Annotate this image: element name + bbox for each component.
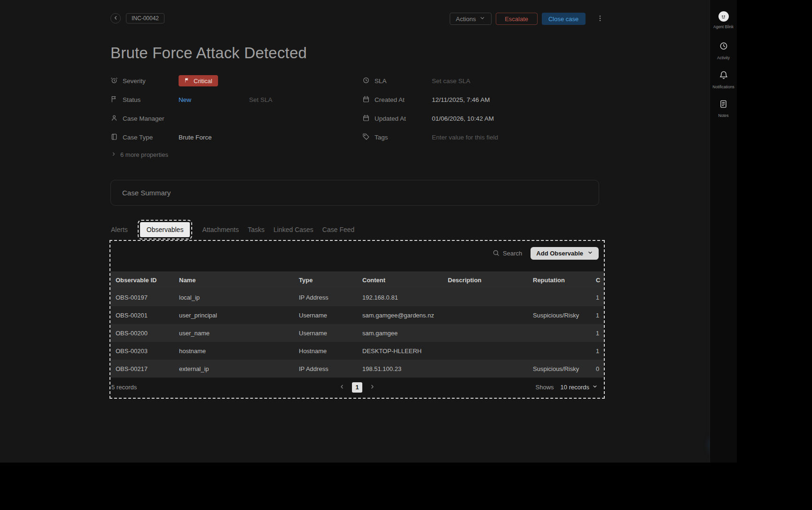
tab-observables[interactable]: Observables <box>140 222 190 237</box>
table-header-row: Observable ID Name Type Content Descript… <box>110 271 604 288</box>
sla-value[interactable]: Set case SLA <box>432 77 470 85</box>
escalate-button-label: Escalate <box>505 15 528 23</box>
column-header-content[interactable]: Content <box>357 277 443 284</box>
more-properties-toggle[interactable]: 6 more properties <box>111 151 168 158</box>
column-header-observable-id[interactable]: Observable ID <box>110 277 174 284</box>
page-size-select[interactable]: 10 records <box>561 384 598 391</box>
table-row[interactable]: OBS-00217 external_ip IP Address 198.51.… <box>110 360 604 378</box>
property-severity: Severity Critical <box>110 71 362 90</box>
property-status: Status New Set SLA <box>110 90 362 109</box>
cell-content: DESKTOP-HLLEERH <box>357 348 443 355</box>
set-sla-placeholder[interactable]: Set SLA <box>249 96 273 103</box>
cell-observable-id: OBS-00217 <box>110 365 174 372</box>
table-row[interactable]: OBS-00201 user_principal Username sam.ga… <box>110 306 604 324</box>
calendar-icon <box>362 95 370 104</box>
notes-icon <box>719 100 728 110</box>
actions-button[interactable]: Actions <box>450 13 492 25</box>
property-case-type: Case Type Brute Force <box>110 128 362 147</box>
cell-name: hostname <box>174 348 294 355</box>
updated-at-value: 01/06/2026, 10:42 AM <box>432 115 494 122</box>
severity-value: Critical <box>194 77 212 85</box>
chevron-left-icon <box>339 384 345 391</box>
severity-label-group: Severity <box>110 77 179 85</box>
rail-item-notes[interactable]: Notes <box>710 100 737 118</box>
table-body: OBS-00197 local_ip IP Address 192.168.0.… <box>110 288 604 378</box>
cell-truncated: 1 <box>591 348 604 355</box>
case-manager-label: Case Manager <box>123 115 164 122</box>
current-page-number[interactable]: 1 <box>352 382 362 393</box>
chevron-right-icon <box>111 151 117 158</box>
search-control[interactable]: Search <box>492 249 522 258</box>
cell-truncated: 1 <box>591 312 604 319</box>
properties-right-column: SLA Set case SLA Created At 12/11/2025, … <box>362 71 604 147</box>
rail-item-agent-blink[interactable]: Agent Blink <box>710 11 737 29</box>
close-case-button[interactable]: Close case <box>542 13 586 25</box>
case-type-value[interactable]: Brute Force <box>179 134 212 141</box>
tab-alerts[interactable]: Alerts <box>111 226 128 233</box>
cell-type: Username <box>294 330 357 337</box>
tags-label: Tags <box>375 134 388 141</box>
actions-button-label: Actions <box>456 15 476 23</box>
observables-toolbar: Search Add Observable <box>492 247 599 260</box>
case-id-label: INC-00042 <box>132 15 159 22</box>
cell-truncated: 1 <box>591 330 604 337</box>
severity-label: Severity <box>123 77 146 85</box>
tags-input-placeholder[interactable]: Enter value for this field <box>432 134 498 141</box>
observables-table: Observable ID Name Type Content Descript… <box>110 271 604 378</box>
tab-case-feed[interactable]: Case Feed <box>322 226 354 233</box>
cell-name: user_name <box>174 330 294 337</box>
properties-left-column: Severity Critical Status <box>110 71 362 147</box>
table-row[interactable]: OBS-00203 hostname Hostname DESKTOP-HLLE… <box>110 342 604 360</box>
table-row[interactable]: OBS-00197 local_ip IP Address 192.168.0.… <box>110 288 604 306</box>
rail-label-activity: Activity <box>717 55 730 60</box>
status-label: Status <box>123 96 141 103</box>
case-manager-label-group: Case Manager <box>110 114 179 123</box>
column-header-truncated[interactable]: C <box>591 277 604 284</box>
table-row[interactable]: OBS-00200 user_name Username sam.gamgee … <box>110 324 604 342</box>
sla-label-group: SLA <box>362 77 432 85</box>
rail-label-agent-blink: Agent Blink <box>713 24 734 29</box>
previous-page-button[interactable] <box>339 384 345 391</box>
column-header-description[interactable]: Description <box>443 277 528 284</box>
cell-content: 198.51.100.23 <box>357 365 443 372</box>
severity-critical-badge[interactable]: Critical <box>179 75 218 86</box>
tab-linked-cases[interactable]: Linked Cases <box>273 226 313 233</box>
column-header-name[interactable]: Name <box>174 277 294 284</box>
page-title: Brute Force Attack Detected <box>110 44 307 62</box>
created-at-value: 12/11/2025, 7:46 AM <box>432 96 490 103</box>
escalate-button[interactable]: Escalate <box>496 13 538 25</box>
tab-attachments[interactable]: Attachments <box>202 226 239 233</box>
case-summary-section[interactable]: Case Summary <box>110 180 599 206</box>
cell-truncated: 0 <box>591 365 604 372</box>
rail-item-notifications[interactable]: Notifications <box>710 70 737 89</box>
rail-label-notifications: Notifications <box>712 85 734 89</box>
more-options-button[interactable] <box>593 14 607 24</box>
chevron-down-icon <box>592 384 598 391</box>
severity-alarm-icon <box>110 77 118 85</box>
created-at-label-group: Created At <box>362 95 432 104</box>
cell-type: IP Address <box>294 294 357 301</box>
agent-avatar-icon <box>718 11 729 22</box>
chevron-right-icon <box>369 384 375 391</box>
rail-item-activity[interactable]: Activity <box>710 41 737 60</box>
back-button[interactable] <box>110 13 121 23</box>
updated-at-label: Updated At <box>375 115 406 122</box>
tab-tasks[interactable]: Tasks <box>248 226 265 233</box>
notifications-bell-icon <box>719 70 728 82</box>
column-header-type[interactable]: Type <box>294 277 357 284</box>
case-properties: Severity Critical Status <box>110 71 604 147</box>
case-type-label: Case Type <box>123 134 153 141</box>
add-observable-button[interactable]: Add Observable <box>531 247 599 260</box>
next-page-button[interactable] <box>369 384 375 391</box>
user-icon <box>110 114 118 123</box>
app-window: INC-00042 Actions Escalate Close case <box>0 0 710 463</box>
records-count: 5 records <box>110 384 137 391</box>
cell-name: local_ip <box>174 294 294 301</box>
tag-icon <box>362 133 370 142</box>
case-id-chip[interactable]: INC-00042 <box>126 13 164 23</box>
cell-name: user_principal <box>174 312 294 319</box>
column-header-reputation[interactable]: Reputation <box>528 277 591 284</box>
status-value[interactable]: New <box>179 96 191 103</box>
property-updated-at: Updated At 01/06/2026, 10:42 AM <box>362 109 604 128</box>
screen: INC-00042 Actions Escalate Close case <box>0 0 812 510</box>
